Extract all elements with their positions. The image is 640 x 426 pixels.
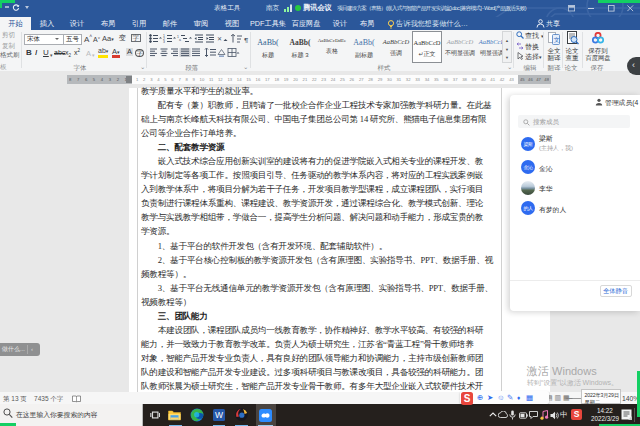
- svg-text:✕: ✕: [217, 36, 222, 42]
- svg-text:3: 3: [163, 40, 165, 43]
- svg-text:¶: ¶: [244, 36, 248, 44]
- svg-text:a: a: [179, 38, 181, 42]
- svg-text:文: 文: [554, 36, 560, 43]
- svg-text:W: W: [215, 410, 223, 420]
